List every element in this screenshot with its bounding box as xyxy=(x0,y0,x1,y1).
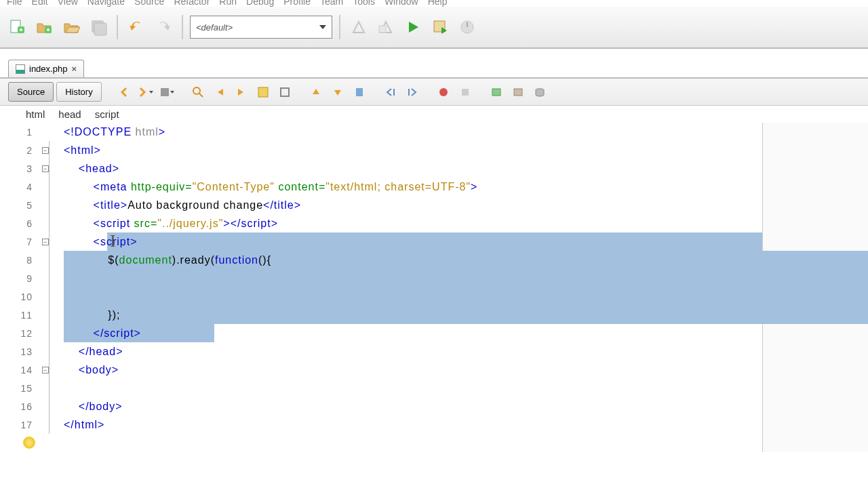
svg-point-9 xyxy=(193,87,200,94)
code-line[interactable]: 5 <title>Auto background change</title> xyxy=(0,196,868,214)
line-number: 3 xyxy=(0,163,38,174)
menu-source[interactable]: Source xyxy=(134,0,164,7)
shift-right-button[interactable] xyxy=(403,83,422,102)
fold-icon[interactable]: − xyxy=(42,165,49,172)
menu-bar: File Edit View Navigate Source Refactor … xyxy=(0,0,868,7)
line-number: 11 xyxy=(0,310,38,321)
nav-back-button[interactable] xyxy=(114,83,133,102)
line-number: 17 xyxy=(0,420,38,430)
toolbar-separator xyxy=(117,15,118,39)
code-line[interactable]: 10 xyxy=(0,287,868,306)
breadcrumb-item[interactable]: script xyxy=(95,108,119,120)
toggle-rect-button[interactable] xyxy=(275,83,294,102)
fold-icon[interactable]: − xyxy=(42,367,49,373)
hint-bulb-icon[interactable] xyxy=(23,436,35,449)
svg-rect-5 xyxy=(379,26,386,33)
code-line[interactable]: 12 </script> xyxy=(0,324,868,342)
menu-tools[interactable]: Tools xyxy=(353,0,375,7)
source-view-tab[interactable]: Source xyxy=(8,82,54,102)
configuration-label: <default> xyxy=(196,22,233,33)
svg-rect-10 xyxy=(258,87,268,97)
menu-help[interactable]: Help xyxy=(428,0,448,7)
menu-debug[interactable]: Debug xyxy=(246,0,274,7)
close-tab-button[interactable]: × xyxy=(71,64,77,74)
line-number: 14 xyxy=(0,365,38,375)
file-tab-index-php[interactable]: index.php × xyxy=(8,60,84,77)
chevron-down-icon xyxy=(319,25,326,29)
code-line[interactable]: 14− <body> xyxy=(0,361,868,379)
profile-button[interactable] xyxy=(456,16,479,39)
undo-button[interactable] xyxy=(125,16,148,39)
php-file-icon xyxy=(16,64,25,74)
fold-icon[interactable]: − xyxy=(42,239,49,245)
breadcrumb-item[interactable]: html xyxy=(26,108,45,120)
editor-toolbar: Source History xyxy=(0,77,868,106)
bookmark-next-button[interactable] xyxy=(328,83,347,102)
code-line[interactable]: 7−I <script> xyxy=(0,232,868,251)
menu-navigate[interactable]: Navigate xyxy=(87,0,125,7)
code-editor[interactable]: 1<!DOCTYPE html> 2−<html> 3− <head> 4 <m… xyxy=(0,123,868,452)
code-line[interactable]: 15 xyxy=(0,379,868,397)
code-line[interactable]: 4 <meta http-equiv="Content-Type" conten… xyxy=(0,178,868,196)
code-line[interactable] xyxy=(0,434,868,452)
stop-button[interactable] xyxy=(157,83,176,102)
bookmark-prev-button[interactable] xyxy=(307,83,326,102)
code-line[interactable]: 9 xyxy=(0,269,868,287)
db-button[interactable] xyxy=(530,83,549,102)
menu-view[interactable]: View xyxy=(58,0,78,7)
shift-left-button[interactable] xyxy=(381,83,400,102)
main-toolbar: <default> xyxy=(0,7,868,49)
code-line[interactable]: 8 $(document).ready(function(){ xyxy=(0,251,868,269)
history-view-tab[interactable]: History xyxy=(56,82,101,102)
line-number: 2 xyxy=(0,145,38,156)
menu-profile[interactable]: Profile xyxy=(283,0,311,7)
clean-build-button[interactable] xyxy=(374,16,397,39)
macro-record-button[interactable] xyxy=(434,83,453,102)
find-button[interactable] xyxy=(189,83,208,102)
file-tab-bar: index.php × xyxy=(0,49,868,77)
svg-point-13 xyxy=(439,88,448,96)
menu-refactor[interactable]: Refactor xyxy=(174,0,210,7)
uncomment-button[interactable] xyxy=(509,83,528,102)
redo-button[interactable] xyxy=(152,16,175,39)
build-button[interactable] xyxy=(347,16,370,39)
svg-rect-15 xyxy=(492,89,500,96)
menu-window[interactable]: Window xyxy=(384,0,418,7)
menu-file[interactable]: File xyxy=(7,0,22,7)
line-number: 16 xyxy=(0,401,38,412)
bookmark-toggle-button[interactable] xyxy=(350,83,369,102)
svg-rect-12 xyxy=(356,88,363,96)
line-number: 7 xyxy=(0,237,38,247)
svg-rect-16 xyxy=(514,89,522,96)
fold-icon[interactable]: − xyxy=(42,147,49,154)
configuration-combo[interactable]: <default> xyxy=(190,16,332,39)
line-number: 10 xyxy=(0,291,38,302)
find-prev-button[interactable] xyxy=(210,83,229,102)
macro-stop-button[interactable] xyxy=(456,83,475,102)
menu-run[interactable]: Run xyxy=(219,0,237,7)
save-all-button[interactable] xyxy=(87,16,110,39)
code-line[interactable]: 3− <head> xyxy=(0,159,868,178)
svg-rect-4 xyxy=(94,23,106,35)
new-project-button[interactable] xyxy=(33,16,56,39)
run-button[interactable] xyxy=(401,16,425,39)
open-project-button[interactable] xyxy=(60,16,83,39)
code-line[interactable]: 13 </head> xyxy=(0,342,868,361)
new-file-button[interactable] xyxy=(5,16,28,39)
comment-button[interactable] xyxy=(487,83,506,102)
nav-forward-button[interactable] xyxy=(136,83,155,102)
breadcrumb-item[interactable]: head xyxy=(58,108,81,120)
line-number: 9 xyxy=(0,273,38,284)
find-next-button[interactable] xyxy=(232,83,251,102)
highlight-button[interactable] xyxy=(254,83,273,102)
menu-team[interactable]: Team xyxy=(320,0,343,7)
toolbar-separator xyxy=(182,15,183,39)
code-line[interactable]: 2−<html> xyxy=(0,141,868,159)
code-line[interactable]: 11 }); xyxy=(0,306,868,324)
code-line[interactable]: 1<!DOCTYPE html> xyxy=(0,123,868,141)
code-line[interactable]: 16 </body> xyxy=(0,397,868,415)
debug-button[interactable] xyxy=(429,16,452,39)
code-line[interactable]: 17</html> xyxy=(0,415,868,434)
menu-edit[interactable]: Edit xyxy=(32,0,48,7)
code-line[interactable]: 6 <script src="../jquery.js"></script> xyxy=(0,214,868,232)
